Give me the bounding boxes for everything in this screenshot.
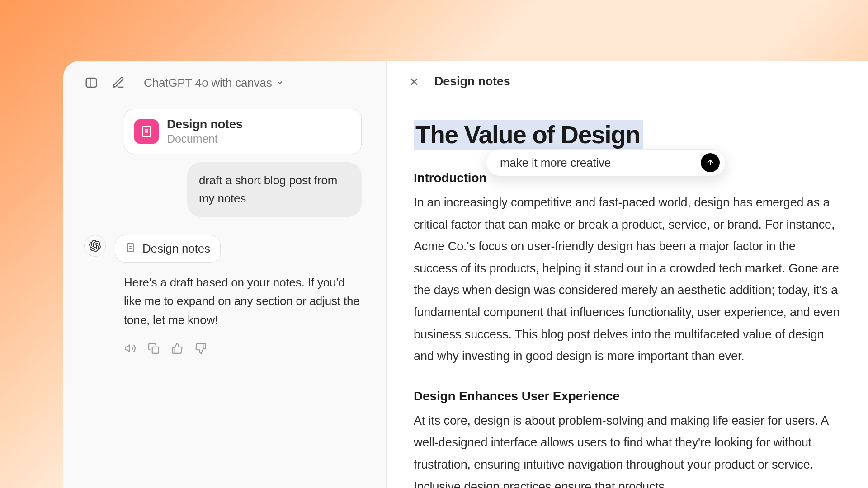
new-chat-icon[interactable] <box>110 75 127 91</box>
body-text-2[interactable]: At its core, design is about problem-sol… <box>414 410 841 488</box>
canvas-header: Design notes <box>387 61 868 102</box>
svg-marker-8 <box>125 345 130 352</box>
arrow-up-icon <box>706 158 715 167</box>
copy-icon[interactable] <box>147 342 160 355</box>
highlighted-heading[interactable]: The Value of Design <box>414 120 643 150</box>
canvas-chip[interactable]: Design notes <box>115 235 221 263</box>
assistant-avatar <box>84 235 106 257</box>
model-label: ChatGPT 4o with canvas <box>144 76 272 90</box>
document-small-icon <box>125 242 136 255</box>
assistant-row: Design notes <box>83 235 366 263</box>
body-text-1[interactable]: In an increasingly competitive and fast-… <box>414 192 841 367</box>
attachment-info: Design notes Document <box>167 117 243 145</box>
model-selector[interactable]: ChatGPT 4o with canvas <box>144 76 284 90</box>
thumbs-down-icon[interactable] <box>194 342 207 355</box>
svg-rect-9 <box>152 347 159 353</box>
thumbs-up-icon[interactable] <box>171 342 184 355</box>
section-heading-2[interactable]: Design Enhances User Experience <box>414 389 841 404</box>
send-button[interactable] <box>701 153 720 172</box>
canvas-chip-label: Design notes <box>142 242 210 256</box>
document-heading[interactable]: The Value of Design <box>414 120 643 150</box>
chat-panel: ChatGPT 4o with canvas Design notes Docu… <box>63 61 387 488</box>
svg-rect-0 <box>86 78 97 87</box>
inline-prompt[interactable]: make it more creative <box>486 149 726 176</box>
canvas-panel: Design notes The Value of Design Introdu… <box>387 61 868 488</box>
message-actions <box>124 342 366 355</box>
close-icon[interactable] <box>408 76 420 88</box>
speaker-icon[interactable] <box>124 342 137 355</box>
attachment-type: Document <box>167 132 243 145</box>
chat-header: ChatGPT 4o with canvas <box>83 75 366 91</box>
attachment-card[interactable]: Design notes Document <box>124 109 362 154</box>
sidebar-toggle-icon[interactable] <box>83 75 99 91</box>
document-icon <box>134 119 159 144</box>
assistant-message: Here's a draft based on your notes. If y… <box>124 273 362 330</box>
app-window: ChatGPT 4o with canvas Design notes Docu… <box>63 61 868 488</box>
canvas-title: Design notes <box>434 75 510 89</box>
inline-prompt-text[interactable]: make it more creative <box>500 156 693 170</box>
attachment-title: Design notes <box>167 117 243 131</box>
chevron-down-icon <box>276 79 284 87</box>
user-message: draft a short blog post from my notes <box>187 162 362 217</box>
